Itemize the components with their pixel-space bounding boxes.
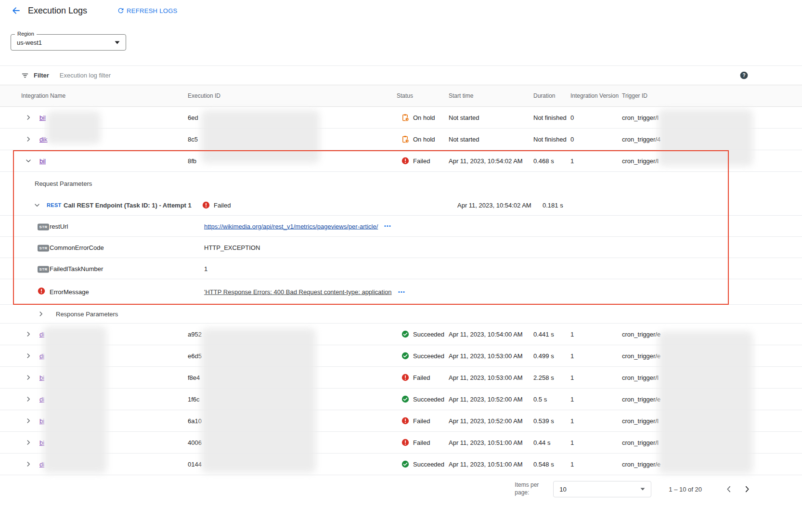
chevron-right-icon [25,417,32,424]
expand-row-button[interactable] [22,133,35,145]
expand-cell [17,436,39,449]
status-label: Failed [413,157,430,165]
chevron-right-icon [25,352,32,359]
expand-row-button[interactable] [22,371,35,384]
integration-version-cell: 1 [570,461,622,468]
status-label: Succeeded [413,396,444,403]
previous-page-button[interactable] [722,482,736,496]
expand-row-button[interactable] [22,328,35,340]
expand-row-button[interactable] [22,350,35,362]
logs-table-card: Filter ? Integration Name Execution ID S… [0,65,802,475]
integration-name-link[interactable]: bi [39,374,44,381]
duration-cell: 0.468 s [533,157,570,165]
integration-name-link[interactable]: dik [39,136,48,143]
rest-task-badge: REST [47,202,62,208]
parameter-type-cell: STR [38,222,49,230]
filter-icon [21,72,29,79]
duration-cell: 0.499 s [533,352,570,360]
items-per-page-value: 10 [559,486,640,493]
refresh-logs-button[interactable]: REFRESH LOGS [117,7,177,14]
trigger-id-cell: cron_trigger/e [622,352,802,360]
more-dots-icon [398,290,405,293]
parameter-value-text: HTTP_EXCEPTION [204,244,260,251]
region-section: Region us-west1 [0,21,802,51]
string-type-badge: STR [38,224,49,231]
collapse-task-button[interactable] [31,199,43,211]
integration-name-cell: bi [39,439,188,446]
integration-name-link[interactable]: di [39,396,44,403]
filter-input[interactable] [60,72,740,79]
table-row: bil 6ed On hold Not started Not finished… [0,107,802,129]
table-row: di a952 Succeeded Apr 11, 2023, 10:54:00… [0,324,802,345]
expand-row-button[interactable] [22,415,35,427]
succeeded-icon [401,352,409,360]
col-header-trigger-id: Trigger ID [622,92,802,99]
svg-text:?: ? [742,73,745,78]
next-page-button[interactable] [740,482,754,496]
chevron-right-icon [25,374,32,381]
on-hold-icon [401,114,409,121]
chevron-left-icon [724,485,733,493]
duration-cell: Not finished [533,114,570,121]
arrow-back-icon [12,6,20,15]
expand-row-button[interactable] [22,393,35,405]
help-button[interactable]: ? [740,71,748,79]
parameter-row: STR restUrl https://wikimedia.org/api/re… [0,216,802,237]
trigger-id-cell: cron_trigger/l [622,114,802,121]
region-select[interactable]: Region us-west1 [11,34,126,51]
table-row: di 1f6c Succeeded Apr 11, 2023, 10:52:00… [0,389,802,410]
integration-name-link[interactable]: di [39,352,44,360]
succeeded-icon [401,460,409,468]
integration-name-link[interactable]: bil [39,114,46,121]
back-button[interactable] [9,3,23,18]
top-bar: Execution Logs REFRESH LOGS [0,0,802,21]
status-cell: On hold [397,114,449,121]
response-parameters-row: Response Parameters [0,305,802,324]
expand-response-parameters-button[interactable] [35,308,47,320]
error-message-link[interactable]: 'HTTP Response Errors: 400 Bad Request c… [204,288,392,296]
parameter-type-cell [38,287,45,297]
trigger-id-cell: cron_trigger/l [622,439,802,446]
items-per-page-label: Items per page: [515,481,546,496]
status-cell: Succeeded [397,460,449,468]
page-title: Execution Logs [28,6,87,16]
expand-cell [17,371,39,384]
parameter-row: STR FailedlTaskNumber 1 [0,258,802,279]
integration-name-link[interactable]: di [39,461,44,468]
execution-logs-page: Execution Logs REFRESH LOGS Region us-we… [0,0,802,532]
execution-id-cell: e6d5 [188,352,397,360]
execution-id-cell: f8e4 [188,374,397,381]
expand-value-button[interactable] [383,224,392,229]
status-label: Succeeded [413,331,444,338]
parameter-value-link[interactable]: https://wikimedia.org/api/rest_v1/metric… [204,222,378,230]
col-header-start-time: Start time [449,92,533,99]
integration-name-cell: di [39,331,188,338]
request-parameters-list: STR restUrl https://wikimedia.org/api/re… [0,216,802,305]
expand-row-button[interactable] [22,458,35,470]
integration-version-cell: 0 [570,136,622,143]
expand-row-button[interactable] [22,111,35,124]
expand-row-button[interactable] [22,436,35,449]
response-parameters-label: Response Parameters [56,311,118,318]
integration-name-link[interactable]: bil [39,157,46,165]
integration-name-link[interactable]: bi [39,417,44,425]
status-label: Failed [413,439,430,446]
integration-name-link[interactable]: bi [39,439,44,446]
col-header-integration-name: Integration Name [21,92,188,99]
items-per-page-select[interactable]: 10 [553,481,651,497]
duration-cell: 0.539 s [533,417,570,425]
filter-label: Filter [34,72,49,79]
expand-value-button[interactable] [397,289,406,294]
execution-id-cell: 6a10 [188,417,397,425]
integration-name-link[interactable]: di [39,331,44,338]
duration-cell: 0.548 s [533,461,570,468]
table-row: dik 8c5 On hold Not started Not finished… [0,129,802,150]
string-type-badge: STR [38,245,49,252]
execution-id-cell: a952 [188,331,397,338]
trigger-id-cell: cron_trigger/e [622,461,802,468]
collapse-row-button[interactable] [22,155,35,167]
start-time-cell: Not started [449,114,533,121]
status-cell: Succeeded [397,352,449,360]
integration-name-cell: bi [39,417,188,425]
status-label: Failed [413,374,430,381]
